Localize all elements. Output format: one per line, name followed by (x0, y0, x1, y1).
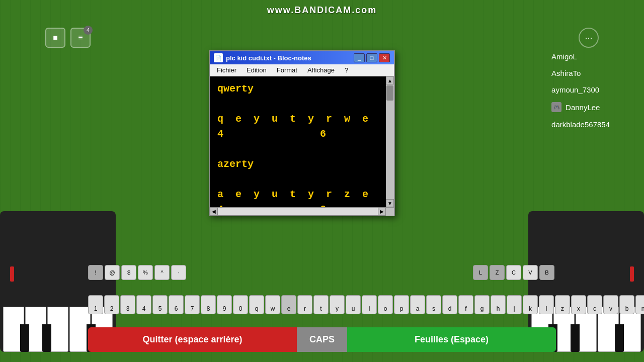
special-key-Z[interactable]: Z (490, 265, 505, 280)
key-r[interactable]: r (297, 295, 312, 314)
key-label: j (514, 305, 515, 312)
special-key-dot[interactable]: · (171, 265, 186, 280)
player-item[interactable]: 🎮 DannyLee (547, 100, 614, 114)
key-label: l (546, 305, 547, 312)
special-key-caret[interactable]: ^ (154, 265, 170, 280)
scroll-thumb[interactable] (386, 85, 393, 101)
key-label: 7 (191, 305, 194, 312)
menu-fichier[interactable]: Fichier (212, 65, 242, 75)
key-2[interactable]: 2 (104, 295, 119, 314)
key-label: h (497, 305, 500, 312)
key-label: r (304, 305, 306, 312)
caps-button[interactable]: CAPS (297, 327, 347, 352)
black-key[interactable] (20, 324, 29, 352)
top-left-icons: ■ ≡ 4 (45, 28, 91, 48)
menu-affichage[interactable]: Affichage (302, 65, 340, 75)
key-w[interactable]: w (265, 295, 280, 314)
more-options-button[interactable]: ··· (579, 28, 599, 48)
key-t[interactable]: t (313, 295, 329, 314)
key-label: 9 (223, 305, 226, 312)
key-label: 0 (239, 305, 243, 312)
notepad-window: 📄 plc kid cudi.txt - Bloc-notes _ □ ✕ Fi… (209, 50, 395, 216)
scroll-right[interactable]: ▶ (378, 208, 386, 216)
player-item[interactable]: AshiraTo (547, 67, 614, 79)
menu-help[interactable]: ? (340, 65, 353, 75)
player-item[interactable]: AmigoL (547, 50, 614, 63)
notepad-title: plc kid cudi.txt - Bloc-notes (226, 54, 351, 62)
maximize-button[interactable]: □ (366, 53, 377, 62)
special-key-C[interactable]: C (506, 265, 521, 280)
special-key-at[interactable]: @ (105, 265, 120, 280)
key-0[interactable]: 0 (233, 295, 248, 314)
quit-button[interactable]: Quitter (espace arrière) (88, 327, 297, 352)
key-8[interactable]: 8 (201, 295, 216, 314)
key-6[interactable]: 6 (169, 295, 184, 314)
key-l[interactable]: l (539, 295, 554, 314)
key-g[interactable]: g (474, 295, 490, 314)
key-v[interactable]: v (603, 295, 618, 314)
key-4[interactable]: 4 (136, 295, 151, 314)
key-label: b (625, 305, 629, 312)
key-j[interactable]: j (507, 295, 522, 314)
notepad-icon: 📄 (214, 53, 223, 62)
key-7[interactable]: 7 (185, 295, 200, 314)
key-y[interactable]: y (330, 295, 345, 314)
key-h[interactable]: h (491, 295, 506, 314)
special-keys-right: L Z C V B (473, 265, 554, 280)
key-u[interactable]: u (346, 295, 361, 314)
key-p[interactable]: p (394, 295, 409, 314)
menu-edition[interactable]: Edition (242, 65, 272, 75)
dots-icon: ··· (585, 33, 592, 43)
menu-format[interactable]: Format (272, 65, 302, 75)
top-right-icons: ··· (579, 28, 599, 48)
black-key[interactable] (615, 324, 624, 352)
notepad-content[interactable]: qwerty q e y u t y r w e 4 6 azerty a e … (210, 76, 394, 207)
key-b[interactable]: b (619, 295, 634, 314)
key-f[interactable]: f (458, 295, 473, 314)
player-item[interactable]: aymoun_7300 (547, 83, 614, 96)
player-item[interactable]: darkblade567854 (547, 118, 614, 131)
horizontal-scrollbar[interactable]: ◀ ▶ (210, 207, 394, 215)
special-key-V[interactable]: V (523, 265, 538, 280)
close-button[interactable]: ✕ (379, 53, 390, 62)
notification-icon: ≡ (78, 33, 83, 42)
record-button[interactable]: ■ (45, 28, 65, 48)
hscroll-track[interactable] (218, 208, 378, 215)
special-key-dollar[interactable]: $ (121, 265, 136, 280)
key-a[interactable]: a (410, 295, 425, 314)
key-x[interactable]: x (571, 295, 586, 314)
key-z[interactable]: z (555, 295, 570, 314)
key-label: u (352, 305, 355, 312)
key-e[interactable]: e (281, 295, 296, 314)
key-label: a (416, 305, 420, 312)
key-5[interactable]: 5 (152, 295, 168, 314)
record-icon: ■ (53, 33, 58, 42)
scroll-up[interactable]: ▲ (386, 76, 394, 84)
key-1[interactable]: 1 (88, 295, 103, 314)
scroll-left[interactable]: ◀ (210, 208, 218, 216)
key-label: e (287, 305, 291, 312)
special-key-B[interactable]: B (539, 265, 554, 280)
key-q[interactable]: q (249, 295, 264, 314)
special-key-percent[interactable]: % (138, 265, 153, 280)
special-key-excl[interactable]: ! (88, 265, 103, 280)
key-o[interactable]: o (378, 295, 393, 314)
key-label: 4 (142, 305, 146, 312)
scroll-down[interactable]: ▼ (386, 199, 394, 207)
player-list: AmigoL AshiraTo aymoun_7300 🎮 DannyLee d… (547, 50, 614, 131)
key-c[interactable]: c (587, 295, 602, 314)
key-i[interactable]: i (362, 295, 377, 314)
black-key[interactable] (571, 324, 580, 352)
notification-button[interactable]: ≡ 4 (70, 28, 91, 48)
key-k[interactable]: k (523, 295, 538, 314)
black-key[interactable] (42, 324, 51, 352)
feuilles-button[interactable]: Feuilles (Espace) (347, 327, 556, 352)
key-d[interactable]: d (442, 295, 457, 314)
key-n[interactable]: n (635, 295, 644, 314)
minimize-button[interactable]: _ (354, 53, 365, 62)
key-9[interactable]: 9 (217, 295, 232, 314)
special-key-L[interactable]: L (473, 265, 488, 280)
key-s[interactable]: s (426, 295, 441, 314)
key-3[interactable]: 3 (120, 295, 135, 314)
vertical-scrollbar[interactable]: ▲ ▼ (386, 76, 394, 207)
